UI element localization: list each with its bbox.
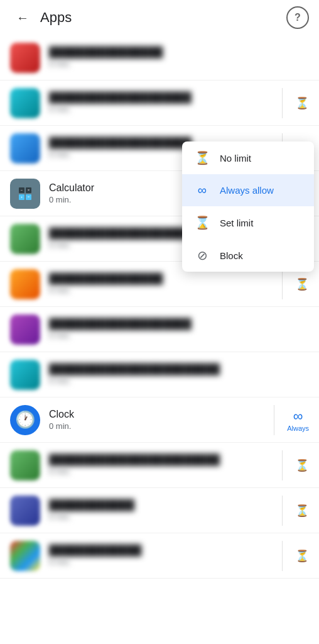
menu-item-block[interactable]: ⊘ Block [182, 239, 314, 272]
dropdown-menu: ⏳ No limit ∞ Always allow ⌛ Set limit ⊘ … [182, 142, 314, 272]
menu-item-label: Always allow [220, 185, 274, 196]
always-allow-icon: ∞ [195, 183, 210, 197]
menu-item-set-limit[interactable]: ⌛ Set limit [182, 206, 314, 239]
menu-item-always-allow[interactable]: ∞ Always allow [182, 174, 314, 206]
set-limit-icon: ⌛ [195, 215, 210, 230]
dropdown-overlay[interactable] [0, 0, 319, 644]
menu-item-label: No limit [220, 153, 251, 164]
menu-item-label: Block [220, 250, 243, 261]
no-limit-icon: ⏳ [195, 150, 210, 165]
menu-item-label: Set limit [220, 218, 253, 228]
menu-item-no-limit[interactable]: ⏳ No limit [182, 142, 314, 174]
block-icon: ⊘ [195, 248, 210, 263]
